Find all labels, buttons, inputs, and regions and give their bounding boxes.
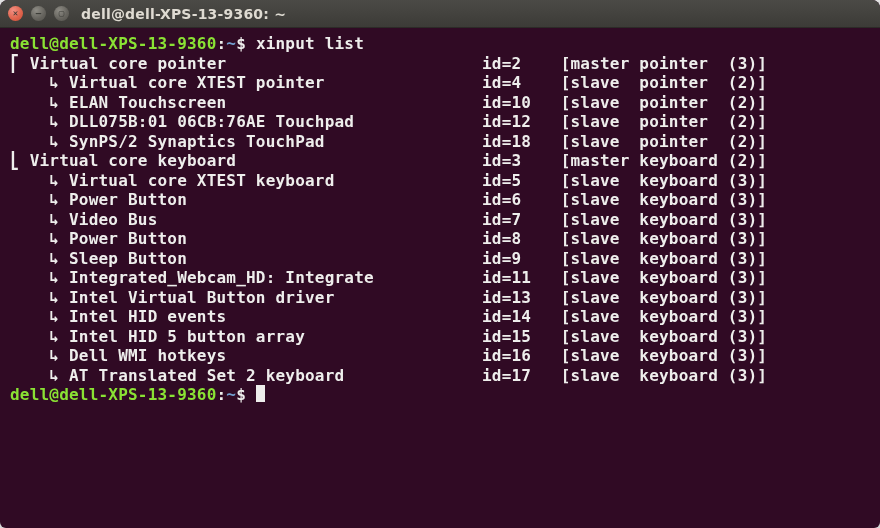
device-row: ↳ Integrated_Webcam_HD: Integrate id=11 … xyxy=(10,268,767,287)
prompt-path: ~ xyxy=(226,34,236,53)
device-row: ↳ DLL075B:01 06CB:76AE Touchpad id=12 [s… xyxy=(10,112,767,131)
minimize-icon[interactable]: – xyxy=(31,6,46,21)
device-row: ↳ Virtual core XTEST keyboard id=5 [slav… xyxy=(10,171,767,190)
command-text: xinput list xyxy=(256,34,364,53)
terminal-window: ✕ – ▢ dell@dell-XPS-13-9360: ~ dell@dell… xyxy=(0,0,880,528)
device-row: ↳ Power Button id=6 [slave keyboard (3)] xyxy=(10,190,767,209)
terminal-body[interactable]: dell@dell-XPS-13-9360:~$ xinput list ⎡ V… xyxy=(0,28,880,415)
prompt-colon: : xyxy=(217,385,227,404)
prompt-dollar: $ xyxy=(236,34,246,53)
prompt-path: ~ xyxy=(226,385,236,404)
device-row: ↳ Intel HID 5 button array id=15 [slave … xyxy=(10,327,767,346)
device-row: ↳ Intel HID events id=14 [slave keyboard… xyxy=(10,307,767,326)
device-row: ⎣ Virtual core keyboard id=3 [master key… xyxy=(10,151,767,170)
device-row: ↳ SynPS/2 Synaptics TouchPad id=18 [slav… xyxy=(10,132,767,151)
device-row: ↳ Intel Virtual Button driver id=13 [sla… xyxy=(10,288,767,307)
close-icon[interactable]: ✕ xyxy=(8,6,23,21)
titlebar[interactable]: ✕ – ▢ dell@dell-XPS-13-9360: ~ xyxy=(0,0,880,28)
device-row: ↳ ELAN Touchscreen id=10 [slave pointer … xyxy=(10,93,767,112)
window-title: dell@dell-XPS-13-9360: ~ xyxy=(81,6,286,22)
device-row: ⎡ Virtual core pointer id=2 [master poin… xyxy=(10,54,767,73)
prompt-user-host: dell@dell-XPS-13-9360 xyxy=(10,385,217,404)
device-row: ↳ AT Translated Set 2 keyboard id=17 [sl… xyxy=(10,366,767,385)
prompt-user-host: dell@dell-XPS-13-9360 xyxy=(10,34,217,53)
device-row: ↳ Dell WMI hotkeys id=16 [slave keyboard… xyxy=(10,346,767,365)
device-row: ↳ Sleep Button id=9 [slave keyboard (3)] xyxy=(10,249,767,268)
prompt-colon: : xyxy=(217,34,227,53)
device-row: ↳ Video Bus id=7 [slave keyboard (3)] xyxy=(10,210,767,229)
maximize-icon[interactable]: ▢ xyxy=(54,6,69,21)
device-row: ↳ Power Button id=8 [slave keyboard (3)] xyxy=(10,229,767,248)
cursor xyxy=(256,385,265,402)
device-row: ↳ Virtual core XTEST pointer id=4 [slave… xyxy=(10,73,767,92)
prompt-dollar: $ xyxy=(236,385,246,404)
